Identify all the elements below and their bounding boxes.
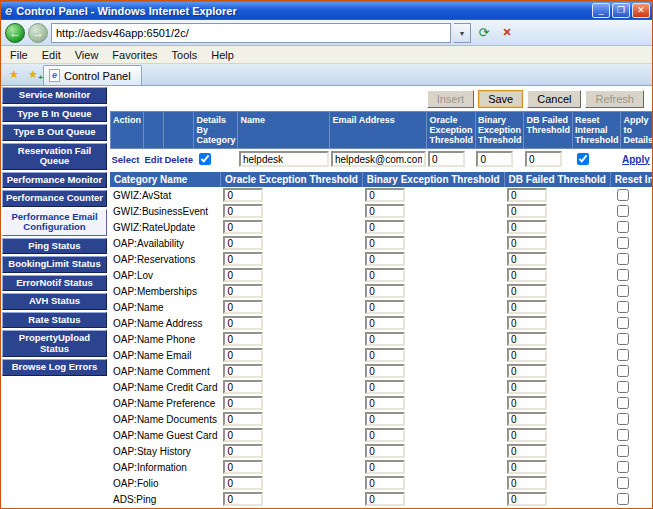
reset-threshold-checkbox[interactable]	[617, 189, 629, 201]
select-link[interactable]: Select	[112, 154, 140, 165]
oracle-threshold-input[interactable]	[223, 332, 263, 346]
reset-threshold-checkbox[interactable]	[617, 493, 629, 505]
insert-button[interactable]: Insert	[427, 90, 475, 108]
binary-threshold-input[interactable]	[365, 284, 405, 298]
oracle-threshold-input[interactable]	[223, 252, 263, 266]
reset-internal-checkbox[interactable]	[577, 153, 589, 165]
db-threshold-input[interactable]	[507, 364, 547, 378]
maximize-button[interactable]: ❐	[612, 3, 630, 18]
address-dropdown-icon[interactable]: ▼	[454, 23, 471, 43]
oracle-threshold-input[interactable]	[223, 364, 263, 378]
binary-threshold-input[interactable]	[365, 364, 405, 378]
menu-help[interactable]: Help	[204, 48, 241, 62]
db-threshold-input[interactable]	[507, 412, 547, 426]
menu-favorites[interactable]: Favorites	[105, 48, 164, 62]
sidebar-item-propertyupload-status[interactable]: PropertyUpload Status	[2, 330, 107, 357]
binary-threshold-input[interactable]	[365, 428, 405, 442]
db-threshold-input[interactable]	[507, 268, 547, 282]
reset-threshold-checkbox[interactable]	[617, 221, 629, 233]
back-button[interactable]: ←	[5, 23, 25, 43]
db-threshold-input[interactable]	[507, 444, 547, 458]
oracle-threshold-input[interactable]	[223, 188, 263, 202]
reset-threshold-checkbox[interactable]	[617, 269, 629, 281]
reset-threshold-checkbox[interactable]	[617, 365, 629, 377]
reset-threshold-checkbox[interactable]	[617, 285, 629, 297]
sidebar-item-performance-email-configuration[interactable]: Performance Email Configuration	[2, 209, 107, 236]
db-threshold-input[interactable]	[507, 476, 547, 490]
oracle-threshold-input[interactable]	[223, 284, 263, 298]
menu-edit[interactable]: Edit	[35, 48, 68, 62]
db-threshold-input[interactable]	[507, 460, 547, 474]
save-button[interactable]: Save	[478, 90, 523, 108]
db-threshold-input[interactable]	[507, 252, 547, 266]
db-threshold-input[interactable]	[507, 380, 547, 394]
sidebar-item-errornotif-status[interactable]: ErrorNotif Status	[2, 275, 107, 292]
oracle-threshold-input[interactable]	[223, 268, 263, 282]
db-threshold-input[interactable]	[507, 348, 547, 362]
binary-threshold-input[interactable]	[365, 492, 405, 506]
binary-threshold-input[interactable]	[365, 204, 405, 218]
details-by-category-checkbox[interactable]	[199, 153, 211, 165]
db-threshold-input[interactable]	[507, 236, 547, 250]
sidebar-item-browse-log-errors[interactable]: Browse Log Errors	[2, 359, 107, 376]
binary-threshold-input[interactable]	[365, 188, 405, 202]
apply-link[interactable]: Apply	[622, 154, 650, 165]
db-threshold-input[interactable]	[507, 188, 547, 202]
oracle-threshold-input[interactable]	[223, 220, 263, 234]
reset-threshold-checkbox[interactable]	[617, 237, 629, 249]
reset-threshold-checkbox[interactable]	[617, 301, 629, 313]
close-button[interactable]: ✕	[632, 3, 650, 18]
reset-threshold-checkbox[interactable]	[617, 397, 629, 409]
menu-tools[interactable]: Tools	[165, 48, 205, 62]
stop-icon[interactable]: ✕	[497, 24, 517, 42]
db-threshold-input[interactable]	[525, 151, 562, 167]
reset-threshold-checkbox[interactable]	[617, 205, 629, 217]
db-threshold-input[interactable]	[507, 300, 547, 314]
db-threshold-input[interactable]	[507, 492, 547, 506]
binary-threshold-input[interactable]	[365, 236, 405, 250]
oracle-threshold-input[interactable]	[223, 300, 263, 314]
db-threshold-input[interactable]	[507, 204, 547, 218]
menu-view[interactable]: View	[68, 48, 106, 62]
menu-file[interactable]: File	[3, 48, 35, 62]
refresh-button[interactable]: Refresh	[585, 90, 644, 108]
minimize-button[interactable]: _	[592, 3, 610, 18]
add-favorite-icon[interactable]: ★+	[24, 66, 42, 83]
oracle-threshold-input[interactable]	[223, 476, 263, 490]
binary-threshold-input[interactable]	[365, 300, 405, 314]
reset-threshold-checkbox[interactable]	[617, 461, 629, 473]
db-threshold-input[interactable]	[507, 332, 547, 346]
favorites-star-icon[interactable]: ★	[5, 66, 23, 83]
reset-threshold-checkbox[interactable]	[617, 429, 629, 441]
edit-link[interactable]: Edit	[145, 154, 163, 165]
binary-threshold-input[interactable]	[365, 396, 405, 410]
sidebar-item-type-b-out-queue[interactable]: Type B Out Queue	[2, 124, 107, 141]
binary-threshold-input[interactable]	[365, 380, 405, 394]
tab-control-panel[interactable]: e Control Panel	[43, 65, 142, 85]
db-threshold-input[interactable]	[507, 428, 547, 442]
oracle-threshold-input[interactable]	[223, 412, 263, 426]
reset-threshold-checkbox[interactable]	[617, 253, 629, 265]
reset-threshold-checkbox[interactable]	[617, 477, 629, 489]
binary-threshold-input[interactable]	[365, 444, 405, 458]
binary-threshold-input[interactable]	[365, 476, 405, 490]
oracle-threshold-input[interactable]	[223, 428, 263, 442]
sidebar-item-performance-monitor[interactable]: Performance Monitor	[2, 172, 107, 189]
delete-link[interactable]: Delete	[164, 154, 193, 165]
db-threshold-input[interactable]	[507, 316, 547, 330]
oracle-threshold-input[interactable]	[223, 492, 263, 506]
binary-threshold-input[interactable]	[365, 316, 405, 330]
sidebar-item-ping-status[interactable]: Ping Status	[2, 238, 107, 255]
oracle-threshold-input[interactable]	[223, 204, 263, 218]
oracle-threshold-input[interactable]	[223, 380, 263, 394]
reset-threshold-checkbox[interactable]	[617, 413, 629, 425]
binary-threshold-input[interactable]	[476, 151, 513, 167]
sidebar-item-bookinglimit-status[interactable]: BookingLimit Status	[2, 256, 107, 273]
oracle-threshold-input[interactable]	[223, 444, 263, 458]
db-threshold-input[interactable]	[507, 396, 547, 410]
cancel-button[interactable]: Cancel	[527, 90, 581, 108]
binary-threshold-input[interactable]	[365, 220, 405, 234]
sidebar-item-rate-status[interactable]: Rate Status	[2, 312, 107, 329]
sidebar-item-avh-status[interactable]: AVH Status	[2, 293, 107, 310]
reset-threshold-checkbox[interactable]	[617, 349, 629, 361]
